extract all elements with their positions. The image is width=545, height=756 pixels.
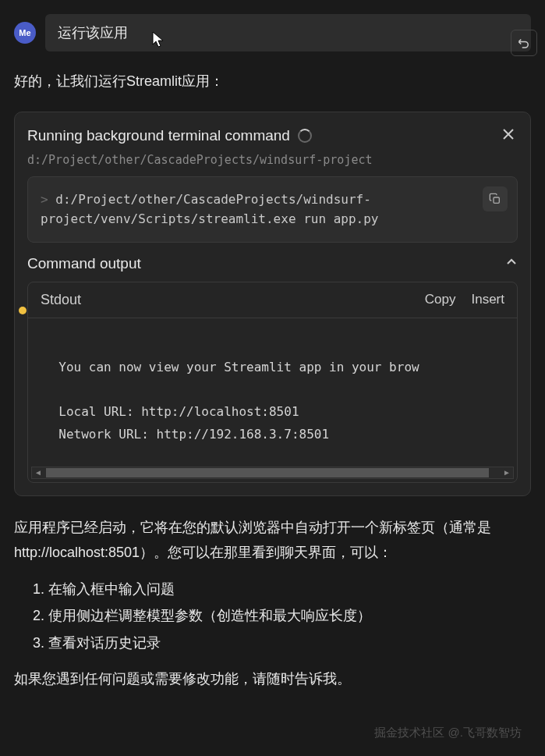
chat-input-text: 运行该应用 xyxy=(58,23,128,42)
close-icon xyxy=(502,128,515,140)
command-text: d:/Project/other/CascadeProjects/windsur… xyxy=(41,192,378,227)
explain-paragraph-1: 应用程序已经启动，它将在您的默认浏览器中自动打开一个新标签页（通常是 http:… xyxy=(14,515,531,566)
close-button[interactable] xyxy=(499,125,518,147)
terminal-block: Running background terminal command d:/P… xyxy=(14,112,531,496)
assistant-explanation: 应用程序已经启动，它将在您的默认浏览器中自动打开一个新标签页（通常是 http:… xyxy=(14,515,531,691)
timeline-dot xyxy=(19,307,27,314)
insert-output-button[interactable]: Insert xyxy=(471,292,504,307)
watermark: 掘金技术社区 @.飞哥数智坊 xyxy=(374,726,522,740)
spinner-icon xyxy=(298,129,312,143)
chat-input-bar[interactable]: 运行该应用 xyxy=(45,14,531,51)
list-item: 使用侧边栏调整模型参数（创造性和最大响应长度） xyxy=(48,603,531,628)
horizontal-scrollbar[interactable]: ◄ ► xyxy=(31,467,514,479)
output-title: Command output xyxy=(27,255,141,272)
stdout-content: You can now view your Streamlit app in y… xyxy=(28,318,517,467)
copy-output-button[interactable]: Copy xyxy=(425,292,456,307)
list-item: 在输入框中输入问题 xyxy=(48,577,531,602)
terminal-title: Running background terminal command xyxy=(27,127,312,144)
prompt-char: > xyxy=(41,192,55,207)
chevron-up-icon xyxy=(505,256,518,272)
output-header[interactable]: Command output xyxy=(27,255,518,272)
scrollbar-thumb[interactable] xyxy=(46,468,489,477)
steps-list: 在输入框中输入问题 使用侧边栏调整模型参数（创造性和最大响应长度） 查看对话历史… xyxy=(14,577,531,655)
assistant-intro: 好的，让我们运行Streamlit应用： xyxy=(14,70,531,93)
stdout-panel: Stdout Copy Insert You can now view your… xyxy=(27,282,518,483)
svg-rect-0 xyxy=(494,197,499,203)
undo-button[interactable] xyxy=(511,30,537,56)
scroll-right-arrow[interactable]: ► xyxy=(501,467,513,478)
terminal-path: d:/Project/other/CascadeProjects/windsur… xyxy=(27,153,518,167)
list-item: 查看对话历史记录 xyxy=(48,630,531,655)
user-avatar: Me xyxy=(14,22,36,44)
undo-icon xyxy=(517,36,531,50)
scroll-left-arrow[interactable]: ◄ xyxy=(32,467,44,478)
stdout-label: Stdout xyxy=(41,292,81,308)
explain-paragraph-2: 如果您遇到任何问题或需要修改功能，请随时告诉我。 xyxy=(14,666,531,691)
command-box: > d:/Project/other/CascadeProjects/winds… xyxy=(27,176,518,243)
copy-command-button[interactable] xyxy=(483,186,508,211)
copy-icon xyxy=(489,193,501,205)
